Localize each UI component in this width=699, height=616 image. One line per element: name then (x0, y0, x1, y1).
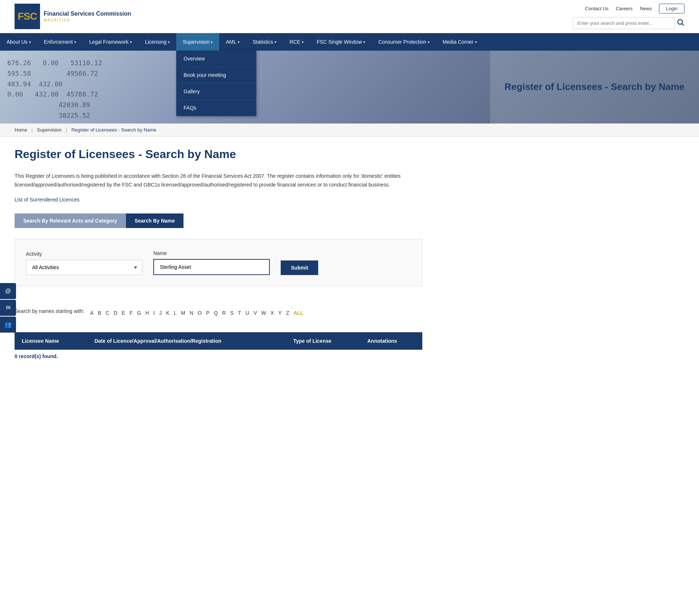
surrendered-licences-link[interactable]: List of Surrendered Licences (15, 197, 79, 203)
col-date: Date of Licence/Approval/Authorisation/R… (87, 332, 286, 350)
alpha-B[interactable]: B (98, 310, 101, 316)
dropdown-gallery[interactable]: Gallery (176, 83, 256, 100)
contact-us-link[interactable]: Contact Us (585, 6, 608, 11)
alpha-G[interactable]: G (137, 310, 141, 316)
search-input[interactable] (573, 17, 675, 29)
col-licensee-name: Licensee Name (15, 332, 87, 350)
side-people-button[interactable]: 👥 (0, 317, 16, 333)
alpha-T[interactable]: T (238, 310, 241, 316)
alpha-M[interactable]: M (181, 310, 185, 316)
alpha-E[interactable]: E (122, 310, 125, 316)
header-right: Contact Us Careers News Login (573, 4, 684, 29)
nav-item-aml[interactable]: AML ▾ (219, 33, 246, 51)
chevron-down-icon: ▾ (168, 40, 170, 44)
alpha-Y[interactable]: Y (278, 310, 281, 316)
alpha-A[interactable]: A (90, 310, 93, 316)
hero-title-box: Register of Licensees - Search by Name (490, 51, 699, 123)
tab-relevant-acts[interactable]: Search By Relevant Acts and Category (15, 213, 126, 228)
name-label: Name (153, 250, 270, 256)
logo-symbol: FSC (18, 11, 37, 22)
chevron-down-icon: ▾ (74, 40, 76, 44)
alpha-J[interactable]: J (159, 310, 162, 316)
dropdown-book-meeting[interactable]: Book your meeting (176, 67, 256, 83)
alpha-ALL[interactable]: ALL (293, 310, 303, 316)
alpha-D[interactable]: D (114, 310, 117, 316)
alpha-P[interactable]: P (206, 310, 209, 316)
nav-item-supervision[interactable]: Supervision ▾ (176, 33, 219, 51)
side-email-button[interactable]: @ (0, 283, 16, 299)
table-header: Licensee Name Date of Licence/Approval/A… (15, 332, 422, 350)
alpha-Q[interactable]: Q (214, 310, 218, 316)
breadcrumb-separator: | (31, 127, 32, 133)
nav-item-about[interactable]: About Us ▾ (0, 33, 37, 51)
hero-title: Register of Licensees - Search by Name (505, 81, 684, 93)
alpha-R[interactable]: R (222, 310, 226, 316)
side-mail-button[interactable]: ✉ (0, 300, 16, 316)
nav-bar: About Us ▾ Enforcement ▾ Legal Framework… (0, 33, 699, 51)
alpha-K[interactable]: K (166, 310, 169, 316)
breadcrumb-supervision[interactable]: Supervision (37, 127, 62, 133)
page-title: Register of Licensees - Search by Name (15, 148, 422, 161)
submit-button[interactable]: Submit (281, 260, 318, 275)
logo-text: Financial Services Commission MAURITIUS (44, 10, 131, 23)
alpha-O[interactable]: O (198, 310, 202, 316)
careers-link[interactable]: Careers (616, 6, 632, 11)
nav-item-rce[interactable]: RCE ▾ (283, 33, 310, 51)
nav-item-consumer[interactable]: Consumer Protection ▾ (372, 33, 436, 51)
chevron-down-icon: ▾ (302, 40, 304, 44)
alpha-F[interactable]: F (130, 310, 133, 316)
dropdown-overview[interactable]: Overview (176, 51, 256, 67)
chevron-down-icon: ▾ (363, 40, 365, 44)
chevron-down-icon: ▾ (238, 40, 240, 44)
chevron-down-icon: ▾ (29, 40, 31, 44)
news-link[interactable]: News (640, 6, 652, 11)
logo-country: MAURITIUS (44, 18, 131, 23)
chevron-down-icon: ▾ (428, 40, 430, 44)
alpha-W[interactable]: W (261, 310, 266, 316)
activity-group: Activity All Activities Investment Deale… (26, 251, 142, 275)
dropdown-faqs[interactable]: FAQs (176, 100, 256, 116)
logo-area: FSC Financial Services Commission MAURIT… (15, 4, 131, 29)
alpha-X[interactable]: X (270, 310, 274, 316)
alpha-Z[interactable]: Z (286, 310, 289, 316)
nav-item-media[interactable]: Media Corner ▾ (436, 33, 483, 51)
chevron-down-icon: ▾ (211, 40, 213, 44)
activity-label: Activity (26, 251, 142, 257)
breadcrumb-current: Register of Licensees - Search by Name (71, 127, 156, 133)
alpha-V[interactable]: V (253, 310, 257, 316)
login-button[interactable]: Login (659, 4, 684, 13)
search-bar (573, 17, 684, 29)
nav-item-enforcement[interactable]: Enforcement ▾ (37, 33, 83, 51)
search-icon (676, 18, 684, 26)
breadcrumb-separator-2: | (66, 127, 67, 133)
col-annotations: Annotations (360, 332, 422, 350)
tab-search-by-name[interactable]: Search By Name (126, 213, 184, 228)
nav-item-licensing[interactable]: Licensing ▾ (138, 33, 176, 51)
main-content: Register of Licensees - Search by Name T… (0, 137, 437, 370)
alpha-L[interactable]: L (174, 310, 177, 316)
breadcrumb: Home | Supervision | Register of License… (0, 123, 699, 137)
page-description: This Register of Licensees is being publ… (15, 172, 415, 189)
header: FSC Financial Services Commission MAURIT… (0, 0, 699, 51)
nav-item-legal[interactable]: Legal Framework ▾ (83, 33, 138, 51)
name-input[interactable] (153, 259, 270, 275)
activity-select[interactable]: All Activities Investment Dealer Investm… (26, 260, 142, 275)
search-tabs: Search By Relevant Acts and Category Sea… (15, 213, 422, 228)
alpha-N[interactable]: N (190, 310, 193, 316)
chevron-down-icon: ▾ (275, 40, 276, 44)
envelope-icon: ✉ (6, 304, 11, 311)
alpha-H[interactable]: H (145, 310, 149, 316)
search-icon-button[interactable] (676, 18, 684, 28)
nav-item-statistics[interactable]: Statistics ▾ (246, 33, 283, 51)
svg-line-1 (682, 24, 684, 25)
alpha-section: Search by names starting with: A B C D E… (15, 297, 422, 325)
supervision-dropdown: Overview Book your meeting Gallery FAQs (176, 51, 256, 116)
alpha-S[interactable]: S (230, 310, 233, 316)
alpha-I[interactable]: I (153, 310, 155, 316)
search-form: Activity All Activities Investment Deale… (15, 239, 422, 286)
alpha-U[interactable]: U (245, 310, 249, 316)
alpha-C[interactable]: C (106, 310, 109, 316)
breadcrumb-home[interactable]: Home (15, 127, 27, 133)
alpha-prefix-label: Search by names starting with: (15, 308, 84, 314)
nav-item-fsc-single-window[interactable]: FSC Single Window ▾ (310, 33, 372, 51)
